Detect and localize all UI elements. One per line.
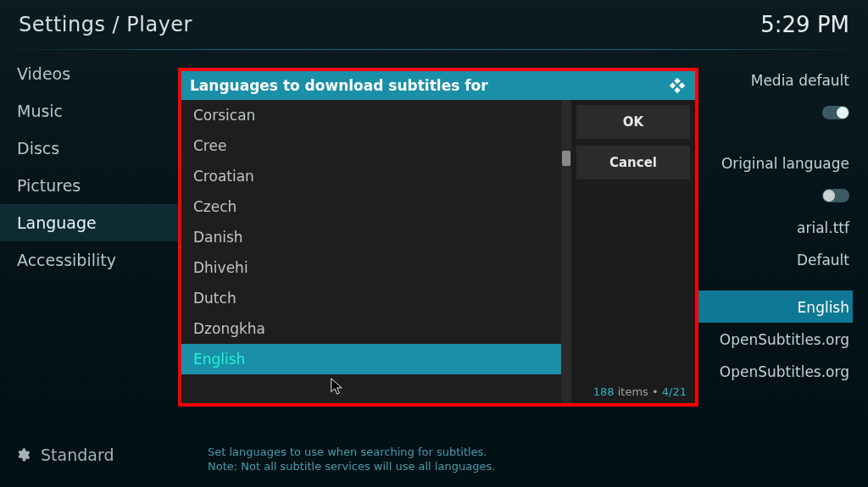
list-item[interactable]: Corsican <box>181 100 561 130</box>
list-item[interactable]: Dhivehi <box>181 252 561 283</box>
list-item[interactable]: Croatian <box>181 161 561 191</box>
sidebar-item-label: Music <box>17 102 63 120</box>
sidebar-item-videos[interactable]: Videos <box>0 55 203 92</box>
sidebar-item-label: Language <box>17 213 97 232</box>
sidebar-item-music[interactable]: Music <box>0 92 203 130</box>
scrollbar[interactable] <box>561 100 571 403</box>
clock: 5:29 PM <box>760 12 849 37</box>
settings-level-button[interactable]: Standard <box>0 438 203 472</box>
sidebar-item-accessibility[interactable]: Accessibility <box>0 241 203 279</box>
help-line: Note: Not all subtitle services will use… <box>208 459 495 474</box>
list-item[interactable]: Dutch <box>181 283 561 313</box>
language-dialog: Languages to download subtitles for Cors… <box>178 68 698 407</box>
dialog-button-column: OK Cancel <box>571 100 695 403</box>
sidebar-item-pictures[interactable]: Pictures <box>0 167 203 204</box>
sidebar-item-label: Discs <box>17 139 59 158</box>
dialog-title: Languages to download subtitles for <box>190 77 488 94</box>
toggle-on-icon <box>822 106 849 119</box>
ok-button[interactable]: OK <box>576 105 690 139</box>
settings-level-label: Standard <box>41 445 114 464</box>
toggle-off-icon <box>822 189 849 202</box>
gear-icon <box>15 447 31 462</box>
dialog-item-count: 188 items • 4/21 <box>593 385 687 398</box>
breadcrumb: Settings / Player <box>19 13 192 36</box>
help-text: Set languages to use when searching for … <box>208 445 495 474</box>
list-item[interactable]: Czech <box>181 191 561 222</box>
list-item-selected[interactable]: English <box>181 344 561 374</box>
list-item[interactable]: Danish <box>181 222 561 252</box>
scrollbar-thumb[interactable] <box>562 151 570 166</box>
cancel-button[interactable]: Cancel <box>576 146 690 180</box>
dialog-header: Languages to download subtitles for <box>181 71 695 100</box>
sidebar-item-language[interactable]: Language <box>0 204 203 241</box>
list-item[interactable]: Dzongkha <box>181 313 561 344</box>
sidebar-item-label: Videos <box>17 64 70 83</box>
sidebar: Videos Music Discs Pictures Language Acc… <box>0 55 203 279</box>
divider <box>0 49 868 50</box>
help-line: Set languages to use when searching for … <box>208 445 495 460</box>
list-item[interactable]: Cree <box>181 130 561 161</box>
language-list[interactable]: Corsican Cree Croatian Czech Danish Dhiv… <box>181 100 561 403</box>
kodi-icon <box>668 76 687 95</box>
sidebar-item-label: Pictures <box>17 176 81 195</box>
sidebar-item-label: Accessibility <box>17 251 116 269</box>
sidebar-item-discs[interactable]: Discs <box>0 130 203 167</box>
